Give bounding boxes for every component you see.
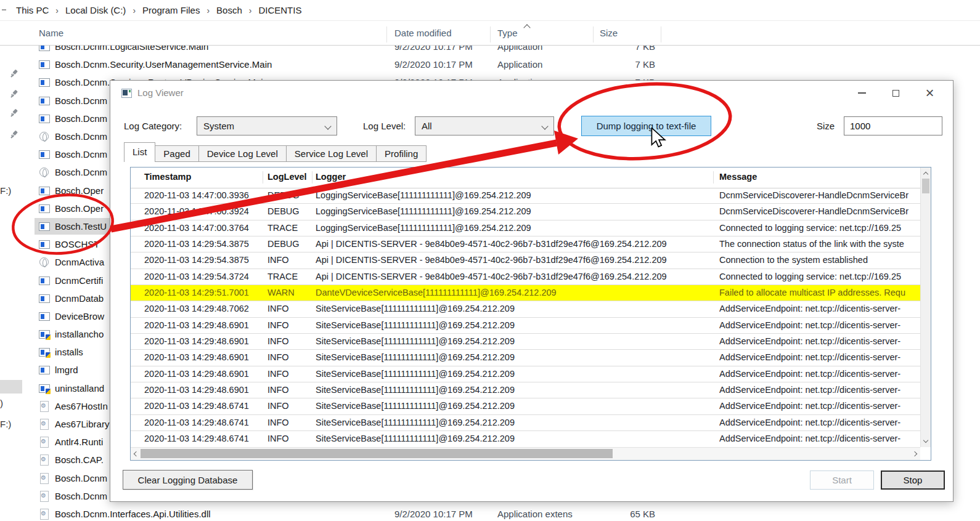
header-timestamp[interactable]: Timestamp [144,172,191,182]
log-level-select[interactable]: All [415,116,554,135]
file-icon [39,401,50,411]
vertical-scrollbar[interactable] [920,168,931,447]
column-header-name[interactable]: Name [39,28,63,38]
log-table-header: Timestamp LogLevel Logger Message [131,168,920,188]
file-icon [39,437,50,447]
nav-fragment-icon [2,9,6,10]
file-icon [39,329,50,339]
log-row[interactable]: 2020-11-03 14:29:54.3724 TRACE Api | DIC… [131,269,920,285]
size-input[interactable] [844,116,942,135]
log-row[interactable]: 2020-11-03 14:29:48.6901 INFO SiteServic… [131,334,920,350]
log-row[interactable]: 2020-11-03 14:29:48.6741 INFO SiteServic… [131,398,920,414]
tab[interactable]: Paged [155,145,198,162]
column-separator [386,26,387,42]
close-button[interactable]: × [913,81,947,105]
header-logger[interactable]: Logger [316,172,346,182]
log-row[interactable]: 2020-11-03 14:47:00.3764 TRACE LoggingSe… [131,220,920,236]
tab[interactable]: List [124,142,155,162]
column-header-size[interactable]: Size [600,28,618,38]
tab[interactable]: Profiling [377,145,427,162]
log-table: Timestamp LogLevel Logger Message 2020-1… [130,167,931,461]
chevron-down-icon [324,123,331,129]
log-row[interactable]: 2020-11-03 14:29:48.6901 INFO SiteServic… [131,366,920,382]
file-row[interactable]: Bosch.Dcnm.Interfaces.Api.Utilities.dll … [0,505,980,521]
breadcrumb-item[interactable]: Bosch › [216,5,258,15]
file-icon [39,454,50,465]
breadcrumb-item[interactable]: Local Disk (C:) › [65,5,142,15]
log-row[interactable]: 2020-11-03 14:29:48.6901 INFO SiteServic… [131,382,920,398]
header-message[interactable]: Message [719,172,757,182]
minimize-button[interactable] [845,81,879,105]
log-row[interactable]: 2020-11-03 14:29:54.3875 DEBUG Api | DIC… [131,236,920,252]
clear-logging-database-button[interactable]: Clear Logging Database [123,470,253,490]
breadcrumb-item[interactable]: This PC › [16,5,65,15]
start-button[interactable]: Start [810,471,874,490]
log-viewer-window: Log Viewer × Log Category: System Log Le… [110,80,953,502]
app-icon [121,89,132,98]
chevron-right-icon: › [249,6,252,15]
log-category-value: System [203,121,234,131]
window-controls: × [845,81,947,105]
scrollbar-thumb[interactable] [922,179,929,193]
scrollbar-thumb[interactable] [141,449,613,458]
tab-strip: List Paged Device Log Level Service Log … [124,142,427,162]
column-separator [713,171,714,184]
file-icon [39,383,50,394]
log-level-label: Log Level: [363,116,406,136]
titlebar[interactable]: Log Viewer × [110,81,953,105]
file-row[interactable]: Bosch.Dcnm.Security.UserManagementServic… [0,55,980,73]
nav-selected-item[interactable] [0,380,22,394]
column-separator [490,26,491,42]
log-row[interactable]: 2020-11-03 14:29:48.6741 INFO SiteServic… [131,415,920,431]
maximize-button[interactable] [879,81,913,105]
file-icon [39,365,50,375]
log-row[interactable]: 2020-11-03 14:29:51.7001 WARN DanteVDevi… [131,285,920,301]
file-icon [39,203,50,214]
column-header-date-modified[interactable]: Date modified [394,28,452,38]
size-label: Size [817,116,835,136]
breadcrumb-item[interactable]: Program Files › [142,5,216,15]
log-row[interactable]: 2020-11-03 14:29:48.6741 INFO SiteServic… [131,431,920,447]
column-separator [661,26,661,42]
chevron-right-icon: › [55,6,59,15]
file-icon [39,149,50,160]
column-separator [312,171,312,184]
log-category-select[interactable]: System [197,116,337,135]
minimize-icon [858,92,866,94]
tab[interactable]: Device Log Level [199,145,287,162]
file-icon [39,167,50,177]
log-level-value: All [422,121,432,131]
chevron-right-icon: › [206,6,210,15]
tab[interactable]: Service Log Level [287,145,377,162]
column-separator [593,26,594,42]
column-header-type[interactable]: Type [497,28,518,38]
drive-label-partial[interactable]: F:) [0,419,11,429]
chevron-down-icon [541,123,548,129]
log-row[interactable]: 2020-11-03 14:29:48.6901 INFO SiteServic… [131,318,920,334]
log-row[interactable]: 2020-11-03 14:29:48.6901 INFO SiteServic… [131,350,920,366]
log-row[interactable]: 2020-11-03 14:29:48.7062 INFO SiteServic… [131,301,920,317]
breadcrumb-item[interactable]: DICENTIS › [258,5,301,15]
maximize-icon [892,90,899,97]
file-icon [39,221,50,232]
horizontal-scrollbar[interactable] [131,447,920,460]
drive-label-partial[interactable]: F:) [0,185,11,196]
scroll-up-icon[interactable] [923,172,928,177]
scroll-left-icon[interactable] [134,451,139,456]
log-row[interactable]: 2020-11-03 14:29:54.3875 INFO Api | DICE… [131,252,920,269]
scroll-down-icon[interactable] [923,438,928,443]
scroll-right-icon[interactable] [912,451,917,456]
stop-button[interactable]: Stop [881,471,945,490]
log-row[interactable]: 2020-11-03 14:47:00.3924 DEBUG LoggingSe… [131,204,920,220]
file-icon [39,113,50,124]
log-row[interactable]: 2020-11-03 14:47:00.3936 DEBUG LoggingSe… [131,188,920,204]
drive-label-partial[interactable]: ) [0,398,3,408]
breadcrumb[interactable]: This PC › Local Disk (C:) › Program File… [0,0,980,21]
file-icon [39,473,50,483]
dump-logging-button[interactable]: Dump logging to text-file [581,116,711,136]
file-icon [39,311,50,321]
header-loglevel[interactable]: LogLevel [267,172,307,182]
toolbar: Log Category: System Log Level: All Dump… [110,116,953,137]
file-icon [39,347,50,357]
chevron-right-icon: › [133,6,136,15]
